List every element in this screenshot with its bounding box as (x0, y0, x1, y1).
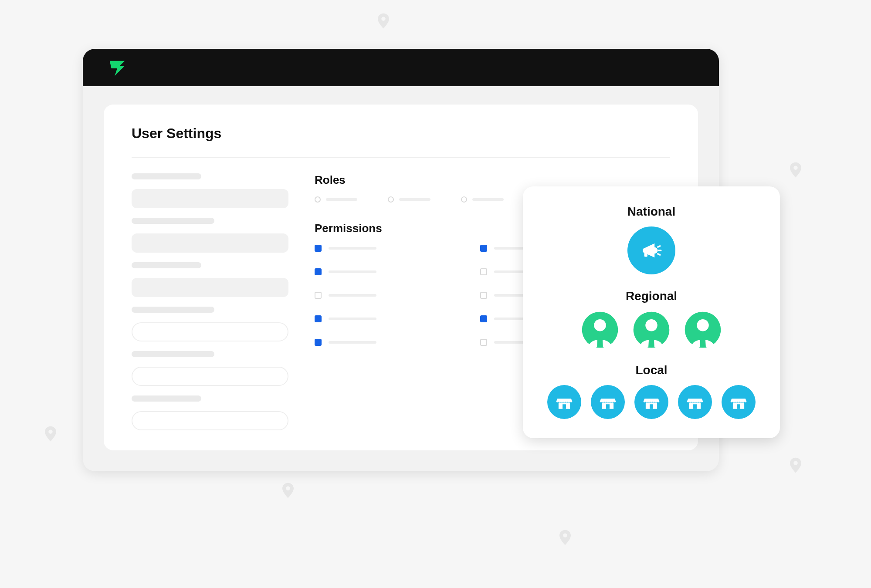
svg-rect-1 (658, 250, 662, 251)
page-title: User Settings (132, 125, 670, 158)
checkbox-icon (315, 292, 322, 299)
sidebar-placeholder (132, 351, 214, 357)
tier-label: Regional (538, 289, 765, 303)
hierarchy-card: National Regional Local (523, 186, 780, 438)
svg-rect-4 (644, 252, 647, 257)
map-pin-icon (45, 426, 56, 442)
svg-rect-2 (657, 245, 661, 248)
hierarchy-tier-national: National (538, 205, 765, 274)
permission-item[interactable] (315, 268, 428, 275)
hierarchy-tier-regional: Regional (538, 289, 765, 348)
store-icon (678, 385, 712, 419)
tier-label: Local (538, 363, 765, 377)
checkbox-icon (315, 245, 322, 252)
sidebar-placeholder[interactable] (132, 411, 288, 430)
svg-rect-12 (563, 404, 566, 409)
sidebar-placeholder (132, 218, 214, 224)
svg-point-6 (594, 319, 606, 331)
placeholder-line (472, 198, 504, 201)
radio-icon (315, 196, 321, 203)
svg-point-0 (651, 247, 658, 254)
person-icon (684, 311, 722, 348)
svg-rect-16 (650, 404, 653, 409)
placeholder-line (329, 270, 376, 273)
placeholder-line (329, 247, 376, 250)
svg-rect-18 (693, 404, 697, 409)
role-option[interactable] (461, 196, 504, 203)
checkbox-icon (480, 339, 487, 346)
sidebar-placeholder (132, 307, 214, 313)
roles-heading: Roles (315, 173, 670, 187)
sidebar-placeholder (132, 173, 201, 179)
checkbox-icon (480, 315, 487, 322)
sidebar-placeholder (132, 262, 201, 268)
checkbox-icon (480, 245, 487, 252)
checkbox-icon (315, 268, 322, 275)
placeholder-line (329, 294, 376, 297)
permission-item[interactable] (315, 315, 428, 322)
placeholder-line (329, 318, 376, 320)
store-icon (547, 385, 581, 419)
radio-icon (461, 196, 467, 203)
checkbox-icon (315, 315, 322, 322)
sidebar-placeholder[interactable] (132, 233, 288, 253)
store-icon (722, 385, 756, 419)
checkbox-icon (480, 268, 487, 275)
brand-logo-icon (107, 57, 127, 78)
svg-point-8 (645, 319, 657, 331)
map-pin-icon (282, 483, 294, 498)
map-pin-icon (378, 13, 389, 29)
permission-item[interactable] (315, 339, 428, 346)
role-option[interactable] (315, 196, 357, 203)
placeholder-line (329, 341, 376, 344)
sidebar-placeholder[interactable] (132, 189, 288, 208)
permission-item[interactable] (315, 245, 428, 252)
radio-icon (388, 196, 394, 203)
placeholder-line (326, 198, 357, 201)
svg-rect-3 (657, 253, 661, 256)
sidebar-placeholder (132, 395, 201, 402)
sidebar-placeholder[interactable] (132, 367, 288, 386)
settings-sidebar (132, 173, 288, 430)
role-option[interactable] (388, 196, 430, 203)
sidebar-placeholder[interactable] (132, 322, 288, 341)
app-titlebar (83, 49, 719, 86)
checkbox-icon (315, 339, 322, 346)
store-icon (591, 385, 625, 419)
person-icon (633, 311, 670, 348)
sidebar-placeholder[interactable] (132, 278, 288, 297)
svg-rect-20 (737, 404, 740, 409)
placeholder-line (399, 198, 430, 201)
checkbox-icon (480, 292, 487, 299)
store-icon (634, 385, 668, 419)
tier-label: National (538, 205, 765, 219)
permission-item[interactable] (315, 292, 428, 299)
map-pin-icon (790, 162, 801, 178)
map-pin-icon (559, 530, 571, 545)
person-icon (581, 311, 619, 348)
svg-point-10 (697, 319, 709, 331)
svg-rect-14 (606, 404, 610, 409)
map-pin-icon (790, 457, 801, 473)
hierarchy-tier-local: Local (538, 363, 765, 419)
megaphone-icon (627, 226, 675, 274)
